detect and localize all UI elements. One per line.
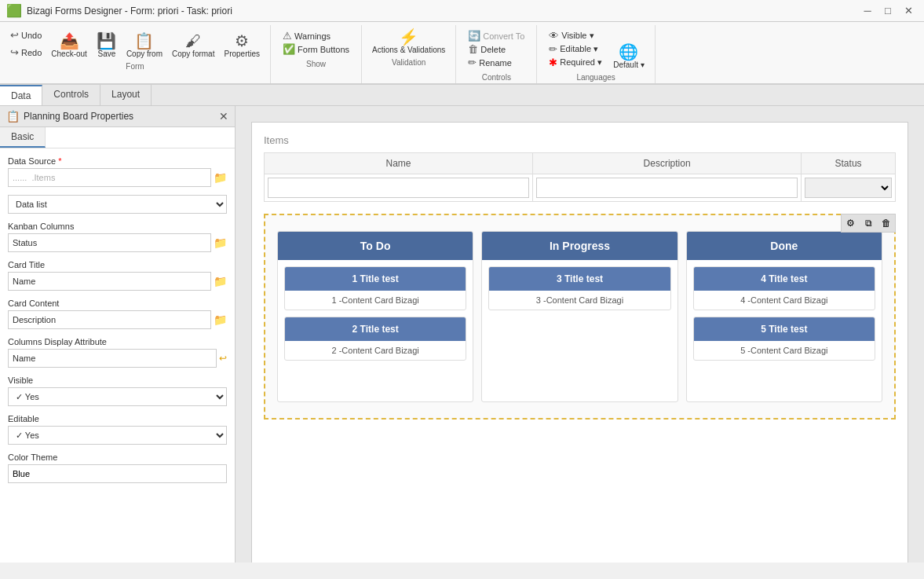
rename-icon: ✏ <box>468 57 477 68</box>
required-dropdown[interactable]: ✱ Required ▾ <box>549 56 602 69</box>
datasource-browse-icon[interactable]: 📁 <box>214 171 227 184</box>
cardtitle-browse-icon[interactable]: 📁 <box>214 275 227 288</box>
copy-from-button[interactable]: 📋 Copy from <box>122 31 166 60</box>
default-button[interactable]: 🌐 Default ▾ <box>609 42 648 71</box>
tab-bar: Data Controls Layout <box>0 85 924 106</box>
title-bar: 🟩 Bizagi Forms Designer - Form: priori -… <box>0 0 924 22</box>
ribbon-group-controls: 🔄 Convert To 🗑 Delete ✏ Rename Controls <box>456 25 537 83</box>
tab-layout[interactable]: Layout <box>100 85 152 105</box>
ribbon: ↩ Undo ↪ Redo 📤 Check-out <box>0 22 924 85</box>
kanbancolumns-browse-icon[interactable]: 📁 <box>214 236 227 249</box>
save-button[interactable]: 💾 Save <box>93 31 121 60</box>
colortheme-input[interactable] <box>8 464 227 483</box>
status-cell-select[interactable] <box>805 178 892 198</box>
kanban-card: 4 Title test 4 -Content Card Bizagi <box>693 266 875 310</box>
panel-header: 📋 Planning Board Properties ✕ <box>0 106 235 127</box>
cardcontent-browse-icon[interactable]: 📁 <box>214 313 227 326</box>
window-title: Bizagi Forms Designer - Form: priori - T… <box>27 5 232 16</box>
copy-format-icon: 🖌 <box>185 33 201 49</box>
ribbon-show-label: Show <box>277 60 355 70</box>
actions-validations-button[interactable]: ⚡ Actions & Validations <box>368 27 449 57</box>
columnsdisplay-label: Columns Display Attribute <box>8 337 107 346</box>
panel-tab-basic[interactable]: Basic <box>0 127 46 148</box>
kanban-col-todo-header: To Do <box>278 232 473 260</box>
cardcontent-field: Card Content 📁 <box>8 299 227 329</box>
kanban-col-done: Done 4 Title test 4 -Content Card Bizagi… <box>686 231 882 402</box>
kanban-board: ⚙ ⧉ 🗑 To Do 1 Title test 1 -Content Card… <box>264 214 896 420</box>
colortheme-field: Color Theme <box>8 453 227 483</box>
visible-icon: 👁 <box>549 30 559 42</box>
datasource-field: Data Source * 📁 <box>8 156 227 187</box>
panel-title: Planning Board Properties <box>24 111 133 122</box>
kanban-settings-button[interactable]: ⚙ <box>842 214 859 232</box>
save-icon: 💾 <box>97 33 116 49</box>
language-buttons: 👁 Visible ▾ ✏ Editable ▾ ✱ Required ▾ <box>543 27 608 71</box>
panel-close-button[interactable]: ✕ <box>219 110 228 123</box>
datasource-required: * <box>58 156 61 166</box>
kanban-card: 5 Title test 5 -Content Card Bizagi <box>693 317 875 361</box>
name-cell-input[interactable] <box>268 178 529 198</box>
kanban-col-inprogress: In Progress 3 Title test 3 -Content Card… <box>481 231 677 402</box>
kanbancolumns-field: Kanban Columns 📁 <box>8 222 227 252</box>
kanban-columns: To Do 1 Title test 1 -Content Card Bizag… <box>273 223 886 410</box>
col-description: Description <box>533 153 802 174</box>
copy-format-button[interactable]: 🖌 Copy format <box>168 31 218 60</box>
kanban-col-inprogress-header: In Progress <box>482 232 677 260</box>
visible-field: Visible ✓ Yes No <box>8 376 227 406</box>
warnings-button[interactable]: ⚠ Warnings ✅ Form Buttons <box>277 27 355 58</box>
visible-dropdown[interactable]: 👁 Visible ▾ <box>549 29 602 42</box>
warning-icon: ⚠ <box>283 30 292 42</box>
kanban-card: 1 Title test 1 -Content Card Bizagi <box>284 266 466 310</box>
maximize-button[interactable]: □ <box>878 3 897 19</box>
rename-button[interactable]: ✏ Rename <box>468 56 524 69</box>
editable-field: Editable ✓ Yes No <box>8 414 227 445</box>
redo-button[interactable]: ↪ Redo <box>6 44 46 60</box>
cardtitle-field: Card Title 📁 <box>8 260 227 291</box>
columnsdisplay-refresh-icon[interactable]: ↩ <box>219 353 227 364</box>
tab-controls[interactable]: Controls <box>42 85 100 105</box>
close-button[interactable]: ✕ <box>899 3 918 19</box>
visible-select[interactable]: ✓ Yes No <box>8 387 227 406</box>
kanbancolumns-label: Kanban Columns <box>8 222 74 231</box>
checkout-icon: 📤 <box>60 33 79 49</box>
kanban-delete-button[interactable]: 🗑 <box>878 214 895 232</box>
undo-button[interactable]: ↩ Undo <box>6 27 46 43</box>
kanban-col-done-header: Done <box>687 232 882 260</box>
table-row <box>265 174 896 202</box>
convertto-icon: 🔄 <box>468 30 480 42</box>
kanban-card-body: 5 -Content Card Bizagi <box>694 341 875 360</box>
tab-data[interactable]: Data <box>0 85 42 105</box>
kanban-card-body: 1 -Content Card Bizagi <box>285 291 466 310</box>
panel-tabs: Basic <box>0 127 235 148</box>
minimize-button[interactable]: ─ <box>858 3 877 19</box>
checkout-button[interactable]: 📤 Check-out <box>47 31 91 60</box>
properties-icon: ⚙ <box>235 33 249 49</box>
ribbon-group-languages: 👁 Visible ▾ ✏ Editable ▾ ✱ Required ▾ 🌐 … <box>537 25 656 83</box>
properties-button[interactable]: ⚙ Properties <box>220 31 264 60</box>
canvas: Items Name Description Status <box>236 106 924 563</box>
kanban-toolbar: ⚙ ⧉ 🗑 <box>841 214 896 233</box>
form-surface: Items Name Description Status <box>251 122 908 563</box>
cardcontent-input[interactable] <box>8 310 211 329</box>
cardtitle-label: Card Title <box>8 260 45 269</box>
cardtitle-input[interactable] <box>8 272 211 291</box>
delete-button[interactable]: 🗑 Delete <box>468 42 524 56</box>
editable-select[interactable]: ✓ Yes No <box>8 426 227 445</box>
columnsdisplay-input[interactable] <box>8 349 217 368</box>
ribbon-controls-label: Controls <box>462 73 530 83</box>
description-cell-input[interactable] <box>536 178 798 198</box>
undo-icon: ↩ <box>10 29 19 41</box>
col-status: Status <box>802 153 896 174</box>
panel-body: Data Source * 📁 Data list <box>0 148 235 563</box>
kanban-col-todo: To Do 1 Title test 1 -Content Card Bizag… <box>277 231 473 402</box>
kanban-col-todo-body: 1 Title test 1 -Content Card Bizagi 2 Ti… <box>278 260 473 401</box>
datasource-input[interactable] <box>8 168 211 187</box>
kanbancolumns-input[interactable] <box>8 233 211 252</box>
kanban-card-body: 3 -Content Card Bizagi <box>489 291 670 310</box>
editable-dropdown[interactable]: ✏ Editable ▾ <box>549 42 602 56</box>
colortheme-label: Color Theme <box>8 453 57 462</box>
app-logo: 🟩 <box>6 3 22 18</box>
kanban-card-title: 1 Title test <box>285 267 466 291</box>
datalist-select[interactable]: Data list <box>8 195 227 214</box>
kanban-copy-button[interactable]: ⧉ <box>860 214 877 232</box>
